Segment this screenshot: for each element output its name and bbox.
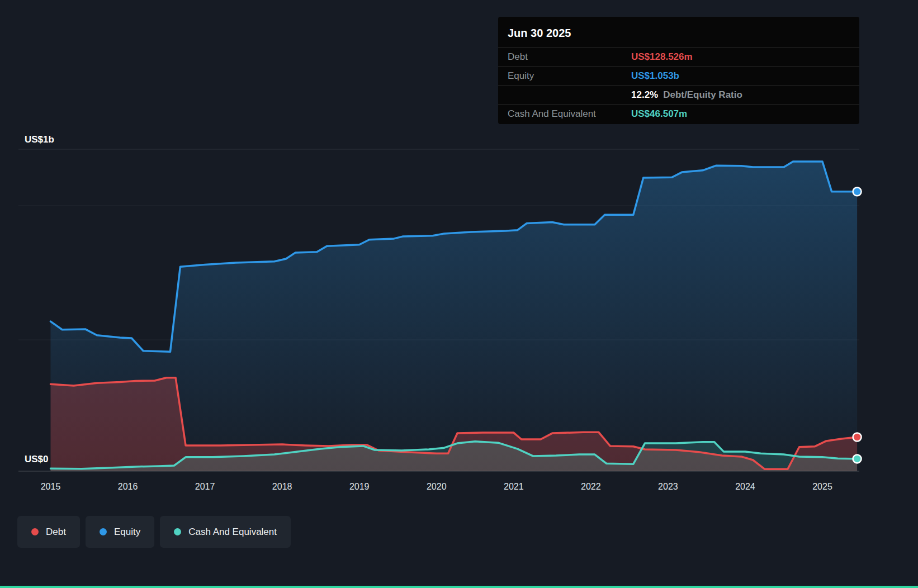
tooltip-debt-label: Debt — [508, 51, 631, 63]
legend-item-equity[interactable]: Equity — [86, 516, 154, 548]
x-axis-tick-2025: 2025 — [803, 482, 842, 492]
tooltip-cash-label: Cash And Equivalent — [508, 108, 631, 120]
x-axis-tick-2017: 2017 — [186, 482, 225, 492]
x-axis-tick-2024: 2024 — [726, 482, 765, 492]
chart-tooltip: Jun 30 2025 Debt US$128.526m Equity US$1… — [498, 17, 859, 124]
x-axis-tick-2018: 2018 — [263, 482, 302, 492]
x-axis-tick-2023: 2023 — [649, 482, 688, 492]
legend-item-debt[interactable]: Debt — [17, 516, 80, 548]
tooltip-equity-label: Equity — [508, 70, 631, 82]
marker-cash-and-equivalent[interactable] — [853, 454, 862, 463]
x-axis-tick-2020: 2020 — [417, 482, 456, 492]
legend-label: Cash And Equivalent — [188, 527, 277, 538]
y-axis-label-bottom: US$0 — [25, 454, 49, 465]
marker-equity[interactable] — [853, 187, 862, 196]
bottom-accent-bar — [0, 586, 918, 588]
tooltip-equity-value: US$1.053b — [631, 70, 679, 82]
tooltip-row-equity: Equity US$1.053b — [498, 66, 859, 85]
legend-label: Debt — [46, 527, 66, 538]
legend-dot-debt — [31, 528, 39, 535]
x-axis-tick-2021: 2021 — [494, 482, 533, 492]
tooltip-row-ratio: 12.2% Debt/Equity Ratio — [498, 85, 859, 104]
tooltip-ratio-value: 12.2% — [631, 89, 658, 101]
chart-legend: DebtEquityCash And Equivalent — [17, 516, 291, 548]
x-axis-tick-2015: 2015 — [31, 482, 70, 492]
x-axis-tick-2022: 2022 — [571, 482, 611, 492]
tooltip-ratio-text: Debt/Equity Ratio — [663, 89, 742, 101]
x-axis-tick-2016: 2016 — [108, 482, 148, 492]
legend-label: Equity — [114, 527, 140, 538]
tooltip-row-cash: Cash And Equivalent US$46.507m — [498, 104, 859, 123]
legend-dot-equity — [100, 528, 107, 535]
tooltip-debt-value: US$128.526m — [631, 51, 693, 63]
tooltip-date: Jun 30 2025 — [498, 20, 859, 47]
tooltip-cash-value: US$46.507m — [631, 108, 687, 120]
legend-dot-cash-and-equivalent — [174, 528, 181, 535]
marker-debt[interactable] — [853, 433, 862, 442]
tooltip-row-debt: Debt US$128.526m — [498, 47, 859, 66]
y-axis-label-top: US$1b — [25, 134, 54, 145]
x-axis-tick-2019: 2019 — [340, 482, 379, 492]
legend-item-cash-and-equivalent[interactable]: Cash And Equivalent — [160, 516, 291, 548]
